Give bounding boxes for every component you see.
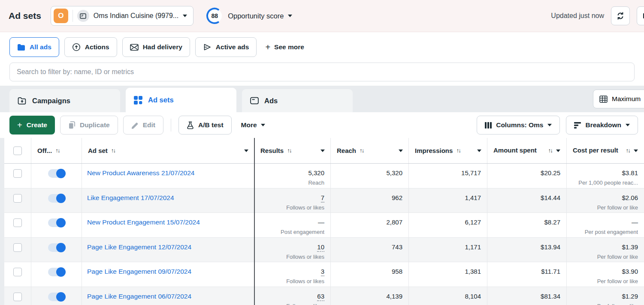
cost-per-result-cell: $3.81Per 1,000 people reac... — [566, 164, 644, 188]
row-toggle-cell — [31, 238, 82, 262]
results-cell: 5,320Reach — [254, 164, 330, 188]
sort-icon[interactable]: ↑↓ — [287, 147, 291, 154]
row-toggle-cell — [31, 213, 82, 237]
flask-icon — [187, 121, 194, 129]
adset-name-link[interactable]: Like Engagement 17/07/2024 — [82, 194, 174, 202]
column-header-adset[interactable]: Ad set ↑↓ — [82, 138, 254, 163]
cost-per-result-cell: $3.90Per follow or like — [566, 262, 644, 287]
opportunity-score-widget[interactable]: 88 Opportunity score — [206, 7, 292, 25]
toolbar-right: Columns: Oms Breakdown — [477, 116, 638, 135]
impressions-header-label: Impressions — [415, 147, 453, 154]
sort-icon[interactable]: ↑↓ — [456, 147, 460, 154]
column-header-results[interactable]: Results ↑↓ — [254, 138, 330, 163]
more-button[interactable]: More — [237, 121, 269, 129]
adset-name-cell: New Product Engagement 15/07/2024 — [82, 213, 254, 237]
filter-had-delivery[interactable]: Had delivery — [122, 37, 190, 57]
results-sublabel: Follows or likes — [254, 303, 324, 305]
adset-name-link[interactable]: Page Like Engagement 09/07/2024 — [82, 268, 191, 275]
amount-spent-cell: $8.27 — [487, 213, 566, 237]
duplicate-button[interactable]: Duplicate — [60, 116, 118, 135]
column-header-reach[interactable]: Reach ↑↓ — [330, 138, 408, 163]
adset-name-link[interactable]: Page Like Engagement 12/07/2024 — [82, 243, 191, 251]
opportunity-score-ring: 88 — [206, 7, 224, 25]
adset-name-link[interactable]: New Product Awareness 21/07/2024 — [82, 169, 194, 177]
chevron-down-icon[interactable] — [320, 150, 325, 152]
adset-active-toggle[interactable] — [48, 268, 65, 276]
sort-icon[interactable]: ↑↓ — [626, 147, 630, 154]
row-checkbox[interactable] — [13, 194, 22, 203]
tab-campaigns[interactable]: Campaigns — [9, 89, 120, 112]
adset-active-toggle[interactable] — [48, 194, 65, 203]
row-checkbox[interactable] — [13, 293, 22, 301]
row-checkbox[interactable] — [13, 268, 22, 276]
chevron-down-icon[interactable] — [399, 150, 403, 152]
create-label: Create — [27, 121, 47, 129]
amount-spent-cell: $81.34 — [487, 287, 566, 305]
adset-active-toggle[interactable] — [48, 218, 65, 227]
columns-button[interactable]: Columns: Oms — [477, 116, 560, 135]
adset-name-link[interactable]: Page Like Engagement 06/07/2024 — [82, 293, 191, 300]
search-input[interactable] — [9, 63, 635, 81]
ad-account-selector[interactable]: O Oms Indian Cuisine (9979... — [51, 6, 194, 26]
filter-active-ads[interactable]: Active ads — [195, 37, 257, 57]
filter-actions[interactable]: Actions — [64, 37, 117, 57]
row-checkbox[interactable] — [13, 169, 22, 178]
sort-icon[interactable]: ↑↓ — [55, 147, 60, 154]
row-checkbox[interactable] — [13, 218, 22, 227]
filter-label: Had delivery — [143, 43, 182, 51]
impressions-cell: 1,171 — [408, 238, 487, 262]
cost-sublabel: Per post engagement — [567, 229, 638, 235]
amount-spent-cell: $13.94 — [487, 238, 566, 262]
cost-per-result-cell: $1.29Per follow or like — [566, 287, 644, 305]
impressions-cell: 1,381 — [408, 262, 487, 287]
opportunity-score-value: 88 — [206, 7, 224, 25]
breakdown-icon — [574, 122, 581, 129]
chevron-down-icon — [288, 15, 292, 17]
filter-all-ads[interactable]: All ads — [9, 37, 59, 57]
chevron-down-icon[interactable] — [477, 150, 481, 152]
folder-filled-icon — [17, 44, 25, 51]
adsets-table: Off... ↑↓ Ad set ↑↓ Results ↑↓ Reach ↑↓ … — [4, 138, 644, 305]
row-checkbox[interactable] — [13, 243, 22, 252]
ad-square-icon — [250, 97, 259, 105]
table-row: New Product Awareness 21/07/20245,320Rea… — [4, 164, 644, 188]
chevron-down-icon[interactable] — [634, 150, 638, 152]
filter-label: All ads — [30, 43, 51, 51]
ab-test-button[interactable]: A/B test — [178, 116, 232, 135]
frozen-column-divider[interactable] — [254, 138, 255, 305]
create-button[interactable]: + Create — [9, 116, 55, 135]
edit-button[interactable]: Edit — [123, 116, 163, 135]
review-publish-button-partial[interactable] — [637, 6, 644, 25]
refresh-button[interactable] — [611, 6, 630, 25]
impressions-cell: 1,417 — [408, 188, 487, 213]
table-body: New Product Awareness 21/07/20245,320Rea… — [4, 164, 644, 305]
sort-icon[interactable]: ↑↓ — [360, 147, 364, 154]
off-header-label: Off... — [37, 147, 52, 154]
cost-sublabel: Per follow or like — [567, 278, 638, 284]
column-header-amount-spent[interactable]: Amount spent ↑↓ — [487, 138, 566, 163]
column-header-off[interactable]: Off... ↑↓ — [31, 138, 82, 163]
results-value: 5,320 — [254, 169, 324, 176]
chevron-down-icon — [183, 15, 187, 17]
tab-ads[interactable]: Ads — [242, 89, 353, 112]
adset-name-link[interactable]: New Product Engagement 15/07/2024 — [82, 218, 200, 226]
sort-icon[interactable]: ↑↓ — [111, 147, 115, 154]
cost-sublabel: Per follow or like — [567, 204, 638, 211]
tabs-container: CampaignsAd setsAds — [9, 86, 358, 112]
reach-cell: 2,807 — [330, 213, 408, 237]
adset-active-toggle[interactable] — [48, 243, 65, 252]
see-more-button[interactable]: + See more — [265, 43, 304, 51]
select-all-checkbox[interactable] — [13, 147, 22, 155]
tab-ad-sets[interactable]: Ad sets — [126, 88, 236, 112]
column-header-cost-per-result[interactable]: Cost per result ↑↓ — [566, 138, 644, 163]
grid-blocks-icon — [134, 96, 142, 105]
column-header-impressions[interactable]: Impressions ↑↓ — [408, 138, 487, 163]
sort-icon[interactable]: ↑↓ — [548, 147, 553, 154]
maximum-button[interactable]: Maximum — [593, 90, 644, 108]
adset-active-toggle[interactable] — [48, 293, 65, 301]
row-select-cell — [4, 238, 31, 262]
breakdown-button[interactable]: Breakdown — [566, 116, 638, 135]
chevron-down-icon[interactable] — [556, 150, 560, 152]
chevron-down-icon[interactable] — [244, 150, 248, 152]
adset-active-toggle[interactable] — [48, 169, 65, 178]
